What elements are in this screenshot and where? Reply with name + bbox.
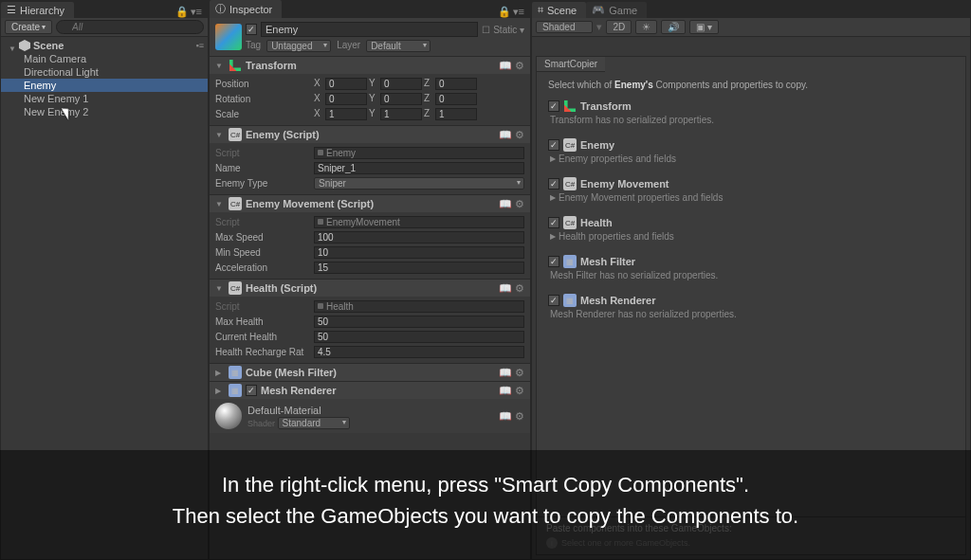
- scene-row[interactable]: Scene▪≡: [1, 39, 208, 52]
- help-icon[interactable]: 📖: [499, 385, 512, 397]
- position-y-input[interactable]: [380, 78, 422, 90]
- foldout-icon[interactable]: ▶: [215, 369, 225, 377]
- position-z-input[interactable]: [435, 78, 477, 90]
- component-movement: ▼ C# Enemy Movement (Script) 📖⚙ ScriptEn…: [210, 194, 530, 279]
- component-header[interactable]: ▼ C# Enemy (Script) 📖⚙: [210, 126, 530, 143]
- expand-icon[interactable]: ▶: [550, 193, 556, 202]
- current-health-input[interactable]: [314, 331, 524, 343]
- sc-component-checkbox[interactable]: [548, 256, 559, 267]
- enemy-name-input[interactable]: [314, 162, 524, 174]
- rotation-z-input[interactable]: [435, 93, 477, 105]
- sc-component-title: Health: [580, 217, 613, 228]
- gear-icon[interactable]: ⚙: [515, 410, 524, 423]
- caption-line-1: In the right-click menu, press "Smart Co…: [28, 469, 943, 500]
- mesh-filter-icon: ▦: [229, 366, 242, 379]
- inspector-tab[interactable]: ⓘInspector: [210, 0, 282, 18]
- help-icon[interactable]: 📖: [499, 129, 512, 141]
- foldout-icon[interactable]: ▼: [215, 131, 225, 139]
- sc-component-checkbox[interactable]: [548, 295, 559, 306]
- menu-icon[interactable]: ▾≡: [191, 6, 202, 18]
- lock-icon[interactable]: 🔒: [498, 6, 511, 18]
- sc-component-checkbox[interactable]: [548, 100, 559, 112]
- panel-menu[interactable]: 🔒▾≡: [492, 6, 530, 18]
- material-row[interactable]: Default-Material Shader Standard 📖⚙: [210, 399, 530, 433]
- fx-toggle[interactable]: ▣ ▾: [689, 20, 719, 34]
- max-health-input[interactable]: [314, 316, 524, 328]
- component-header[interactable]: ▼ C# Enemy Movement (Script) 📖⚙: [210, 195, 530, 212]
- help-icon[interactable]: 📖: [499, 282, 512, 295]
- foldout-icon[interactable]: ▼: [215, 284, 225, 293]
- game-tab[interactable]: 🎮Game: [586, 2, 647, 18]
- help-icon[interactable]: 📖: [499, 60, 512, 72]
- gear-icon[interactable]: ⚙: [515, 367, 524, 379]
- hierarchy-item-selected[interactable]: Enemy: [1, 79, 208, 92]
- max-speed-input[interactable]: [314, 231, 524, 244]
- active-checkbox[interactable]: [246, 24, 257, 35]
- component-header[interactable]: ▼ C# Health (Script) 📖⚙: [210, 280, 530, 297]
- hierarchy-item[interactable]: New Enemy 1: [1, 92, 208, 105]
- foldout-icon[interactable]: [9, 42, 16, 49]
- scale-x-input[interactable]: [325, 108, 367, 120]
- gear-icon[interactable]: ⚙: [515, 198, 524, 210]
- smartcopier-tab[interactable]: SmartCopier: [537, 57, 605, 72]
- script-field[interactable]: Health: [314, 300, 524, 313]
- gear-icon[interactable]: ⚙: [515, 385, 524, 397]
- help-icon[interactable]: 📖: [499, 198, 512, 210]
- help-icon[interactable]: 📖: [499, 367, 512, 379]
- acceleration-input[interactable]: [314, 262, 524, 274]
- scale-z-input[interactable]: [435, 108, 477, 120]
- lighting-toggle[interactable]: ☀: [635, 20, 657, 34]
- shading-dropdown[interactable]: Shaded: [536, 21, 593, 33]
- static-checkbox[interactable]: ☐ Static ▾: [482, 25, 524, 35]
- lock-icon[interactable]: 🔒: [175, 6, 189, 18]
- foldout-icon[interactable]: ▼: [215, 62, 225, 70]
- sc-component-sub: ▶Enemy Movement properties and fields: [550, 192, 954, 203]
- hierarchy-item[interactable]: Directional Light: [1, 65, 208, 79]
- create-button[interactable]: Create▾: [5, 20, 52, 34]
- tag-dropdown[interactable]: Untagged: [266, 40, 331, 52]
- hierarchy-item[interactable]: New Enemy 2: [1, 105, 208, 118]
- foldout-icon[interactable]: ▼: [215, 200, 225, 208]
- gear-icon[interactable]: ⚙: [515, 60, 524, 72]
- scale-y-input[interactable]: [380, 108, 422, 120]
- component-header[interactable]: ▶ ▦ Cube (Mesh Filter) 📖⚙: [210, 364, 530, 381]
- panel-menu[interactable]: 🔒▾≡: [170, 6, 208, 18]
- sc-component-title: Enemy Movement: [580, 178, 669, 190]
- sc-component-checkbox[interactable]: [548, 178, 559, 190]
- expand-icon[interactable]: ▶: [550, 232, 556, 241]
- hierarchy-search-input[interactable]: [56, 20, 204, 34]
- component-header[interactable]: ▶ ▦ Mesh Renderer 📖⚙: [210, 382, 530, 399]
- position-x-input[interactable]: [325, 78, 367, 90]
- mesh-icon: ▦: [563, 294, 577, 307]
- enemy-type-dropdown[interactable]: Sniper: [314, 177, 524, 190]
- component-mesh-renderer: ▶ ▦ Mesh Renderer 📖⚙: [210, 381, 530, 399]
- component-enable-checkbox[interactable]: [246, 385, 257, 396]
- gameobject-name-input[interactable]: [261, 22, 478, 37]
- rotation-x-input[interactable]: [325, 93, 367, 105]
- sc-component-checkbox[interactable]: [548, 217, 559, 228]
- scene-icon: ⌗: [538, 4, 543, 16]
- 2d-toggle[interactable]: 2D: [606, 20, 632, 34]
- component-header[interactable]: ▼ Transform 📖⚙: [210, 57, 530, 74]
- gear-icon[interactable]: ⚙: [515, 129, 524, 141]
- layer-dropdown[interactable]: Default: [366, 40, 431, 52]
- hierarchy-item[interactable]: Main Camera: [1, 52, 208, 65]
- shader-dropdown[interactable]: Standard: [278, 417, 351, 429]
- audio-toggle[interactable]: 🔊: [661, 20, 686, 34]
- script-field[interactable]: Enemy: [314, 147, 524, 159]
- expand-icon[interactable]: ▶: [550, 154, 556, 163]
- script-icon: C#: [229, 197, 242, 210]
- caption-line-2: Then select the GameObjects you want to …: [28, 500, 943, 532]
- foldout-icon[interactable]: ▶: [215, 387, 225, 395]
- gameobject-icon: [215, 24, 242, 50]
- rotation-y-input[interactable]: [380, 93, 422, 105]
- gear-icon[interactable]: ⚙: [515, 282, 524, 295]
- help-icon[interactable]: 📖: [499, 410, 512, 423]
- recharge-rate-input[interactable]: [314, 346, 524, 358]
- menu-icon[interactable]: ▾≡: [513, 6, 524, 18]
- min-speed-input[interactable]: [314, 246, 524, 259]
- hierarchy-tab[interactable]: ☰ Hierarchy: [1, 2, 74, 18]
- scene-tab[interactable]: ⌗Scene: [532, 2, 586, 18]
- sc-component-checkbox[interactable]: [548, 139, 559, 151]
- script-field[interactable]: EnemyMovement: [314, 216, 524, 228]
